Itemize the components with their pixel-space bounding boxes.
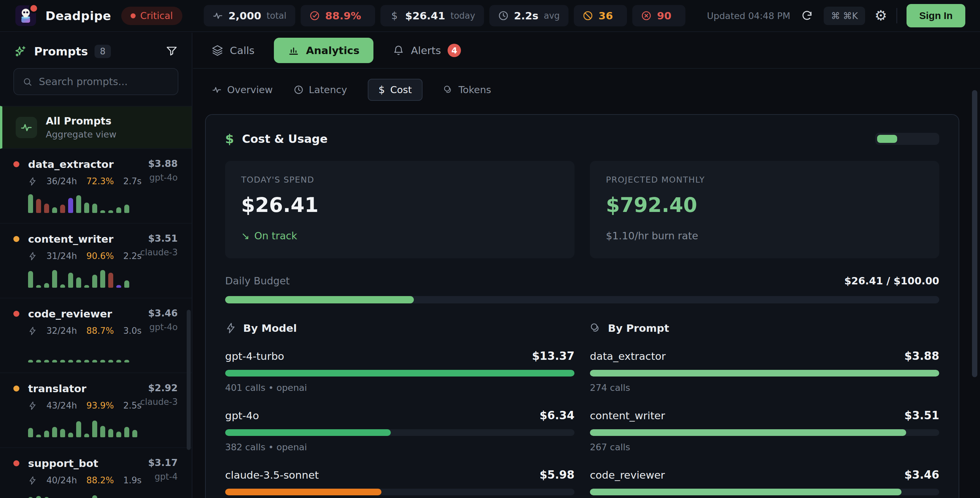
bolt-icon	[225, 322, 237, 334]
prompt-cost-block: $3.51 claude-3	[140, 233, 178, 257]
tab-calls[interactable]: Calls	[212, 44, 255, 56]
subtab-latency[interactable]: Latency	[294, 84, 347, 95]
bar-row-meta: 274 calls	[590, 382, 939, 393]
prompt-success-rate: 88.2%	[86, 475, 114, 485]
sparkline-bar	[116, 431, 121, 437]
sparkline-bar	[92, 495, 97, 498]
top-header: Deadpipe Critical 2,000 total 88.9% $ $2…	[0, 0, 980, 32]
prompt-model: claude-3	[140, 397, 178, 407]
sparkline-bar	[108, 210, 113, 213]
sidebar-scrollbar[interactable]	[187, 310, 191, 450]
bar-chart-icon	[288, 45, 299, 56]
bar-row-cost: $3.51	[905, 409, 939, 422]
search-input[interactable]	[38, 75, 169, 88]
sidebar-item-code_reviewer[interactable]: code_reviewer $3.46 gpt-4o 32/24h 88.7% …	[0, 298, 192, 373]
bar-row-name: code_reviewer	[590, 469, 665, 481]
spend-cards: TODAY'S SPEND $26.41 ↘ On track PROJECTE…	[225, 161, 939, 259]
bar-track	[590, 429, 939, 436]
stat-value: 2,000	[229, 10, 261, 22]
header-stat-chip: 2,000 total	[204, 5, 295, 26]
command-k-shortcut[interactable]: ⌘ ⌘K	[824, 7, 865, 25]
app-logo	[15, 5, 37, 27]
subtab-overview[interactable]: Overview	[212, 84, 273, 95]
sparkline-bar	[92, 204, 97, 213]
sparkline-bar	[60, 284, 65, 288]
prompt-cost: $2.92	[140, 382, 178, 393]
subtab-tokens[interactable]: Tokens	[443, 84, 492, 95]
sign-in-button[interactable]: Sign In	[907, 4, 965, 27]
settings-gear-icon[interactable]: ⚙	[875, 9, 887, 23]
stat-value: 88.9%	[325, 10, 361, 22]
stat-value: 90	[657, 10, 671, 22]
sparkline-bar	[84, 434, 89, 437]
view-tab-breakdown[interactable]	[877, 135, 897, 143]
view-tab-trends[interactable]	[897, 135, 917, 143]
refresh-icon[interactable]	[800, 8, 815, 23]
sidebar-title: Prompts	[34, 45, 88, 58]
by-model-title: By Model	[243, 322, 297, 334]
sparkline-bar	[52, 207, 57, 213]
check-circle-icon	[309, 10, 320, 21]
search-box	[13, 68, 178, 95]
bar-row-cost: $3.88	[905, 349, 939, 363]
daily-budget-row: Daily Budget $26.41 / $100.00	[225, 275, 939, 287]
sidebar-item-content_writer[interactable]: content_writer $3.51 claude-3 31/24h 90.…	[0, 224, 192, 298]
sparkline-bar	[108, 429, 113, 437]
prompt-rate: 43/24h	[46, 401, 77, 411]
bell-icon	[393, 45, 404, 56]
bar-track	[590, 370, 939, 376]
bar-row-name: claude-3.5-sonnet	[225, 469, 319, 481]
sparkline-bar	[44, 204, 49, 213]
sidebar-item-support_bot[interactable]: support_bot $3.17 gpt-4 40/24h 88.2% 1.9…	[0, 448, 192, 498]
sparkline-bar	[68, 360, 73, 363]
by-prompt-title: By Prompt	[608, 322, 669, 334]
bar-track	[225, 488, 574, 495]
prompt-cost-block: $3.17 gpt-4	[148, 457, 178, 482]
prompt-latency: 2.7s	[123, 176, 142, 186]
critical-label: Critical	[140, 10, 173, 21]
sidebar-item-translator[interactable]: translator $2.92 claude-3 43/24h 93.9% 2…	[0, 373, 192, 448]
model-row-gpt-4-turbo: gpt-4-turbo $13.37 401 calls • openai	[225, 349, 574, 393]
todays-spend-label: TODAY'S SPEND	[241, 175, 558, 185]
status-dot	[13, 311, 19, 317]
bolt-icon	[28, 401, 37, 410]
bar-row-cost: $3.46	[905, 468, 939, 481]
app-title: Deadpipe	[45, 9, 111, 23]
sparkline-bar	[36, 199, 41, 213]
sparkline-bar	[100, 426, 105, 437]
prompt-list: data_extractor $3.88 gpt-4o 36/24h 72.3%…	[0, 149, 192, 498]
clock-icon	[498, 10, 509, 21]
tab-alerts[interactable]: Alerts 4	[393, 44, 461, 57]
prompt-sparkline	[28, 193, 178, 213]
sparkline-bar	[124, 205, 129, 213]
bar-fill	[590, 429, 906, 436]
pulse-icon	[16, 117, 37, 138]
sparkline-bar	[28, 428, 33, 437]
bolt-icon	[28, 476, 37, 485]
tab-analytics[interactable]: Analytics	[274, 38, 374, 63]
sidebar-item-all-prompts[interactable]: All Prompts Aggregate view	[0, 106, 192, 149]
bar-fill	[225, 488, 382, 495]
view-tab-tokens[interactable]	[917, 135, 937, 143]
prompt-row-data_extractor: data_extractor $3.88 274 calls	[590, 349, 939, 393]
bar-row-meta: 267 calls	[590, 442, 939, 452]
layers-icon	[212, 45, 223, 56]
sparkline-bar	[100, 270, 105, 288]
main-scrollbar[interactable]	[972, 90, 977, 377]
bar-fill	[225, 429, 391, 436]
subtab-cost[interactable]: $ Cost	[368, 79, 423, 101]
status-dot	[13, 236, 19, 242]
panel-title: Cost & Usage	[242, 132, 327, 146]
filter-icon[interactable]	[165, 45, 178, 58]
status-dot	[13, 460, 19, 466]
sparkline-bar	[52, 427, 57, 437]
sparkline-bar	[36, 360, 41, 363]
panel-title-group: $ Cost & Usage	[225, 132, 328, 146]
by-model-section: By Model gpt-4-turbo $13.37 401 calls • …	[225, 322, 574, 498]
prompt-sparkline	[28, 493, 178, 498]
sparkline-bar	[84, 203, 89, 213]
daily-budget-label: Daily Budget	[225, 275, 290, 287]
bar-fill	[225, 370, 574, 376]
sidebar-item-data_extractor[interactable]: data_extractor $3.88 gpt-4o 36/24h 72.3%…	[0, 149, 192, 224]
subtab-overview-label: Overview	[227, 84, 273, 95]
